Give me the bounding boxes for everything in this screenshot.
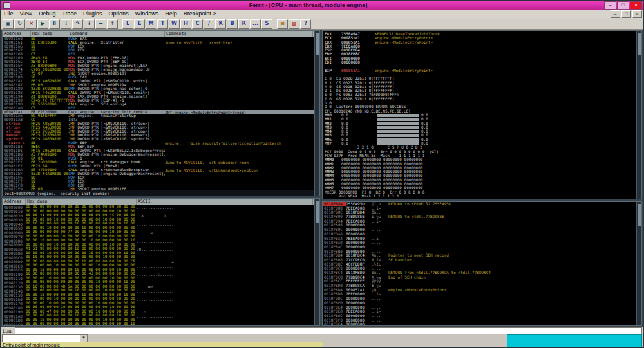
stack-row[interactable]: 0018FBCCFFFFFFFFÿÿÿÿ: [323, 279, 641, 284]
call-stack-button[interactable]: K: [215, 19, 226, 29]
stack-row[interactable]: 0018FBAC00000000....: [323, 245, 641, 250]
disasm-info-line: Dest=0098849D (engine.__security_init_co…: [3, 190, 319, 196]
log-window-button[interactable]: L: [122, 19, 133, 29]
window-title: Ferrit - [CPU - main thread, module engi…: [13, 2, 603, 8]
executable-modules-button[interactable]: E: [134, 19, 145, 29]
close-button[interactable]: ×: [630, 1, 642, 10]
status-indicator: [507, 334, 642, 348]
help-about-button[interactable]: ?: [300, 19, 311, 29]
registers-pane: EAX755F4947KERNEL32.BaseThreadInitThunkE…: [322, 30, 642, 199]
stack-row[interactable]: 0018FBBC4CCFBD8F.½ÏL: [323, 262, 641, 267]
stack-row[interactable]: 0018FB9077BD98EEî.½wRETURN to ntdll.77BD…: [323, 215, 641, 219]
lua-input[interactable]: [15, 327, 642, 334]
app-icon: [3, 2, 10, 9]
stack-row[interactable]: 0018FBB877CC9EC0À.ÌwSE handler: [323, 258, 641, 262]
comment-cell: Jump to MSVCR110.__crtUnhandledException: [165, 168, 258, 172]
close-debuggee-button[interactable]: ×: [26, 19, 37, 29]
mdi-minimize-button[interactable]: –: [611, 10, 620, 18]
stack-row[interactable]: 0018FBA800000000....: [323, 241, 641, 245]
menu-file[interactable]: File: [1, 10, 17, 18]
menu-view[interactable]: View: [17, 10, 35, 18]
column-command: Command: [68, 31, 165, 37]
stack-row[interactable]: 0018FBE000000000....: [323, 301, 641, 306]
breakpoints-button[interactable]: B: [227, 19, 238, 29]
minimize-button[interactable]: –: [604, 1, 616, 10]
menu-windows[interactable]: Windows: [132, 10, 162, 18]
stack-row[interactable]: 0018FBC877BD98C4Ä.½wEnd of SEH chain: [323, 275, 641, 280]
mdi-restore-button[interactable]: □: [621, 10, 631, 18]
menu-help[interactable]: Help: [162, 10, 180, 18]
dump-row[interactable]: 009801C000 00 00 00 00 00 10 00 00 00 00…: [3, 322, 319, 325]
disassembly-scrollbar[interactable]: [314, 31, 319, 196]
open-button[interactable]: ▣: [3, 19, 14, 29]
execute-till-return-button[interactable]: ↑: [107, 19, 118, 29]
cpu-button[interactable]: C: [192, 19, 203, 29]
stack-row[interactable]: 0018FBD4009851A1¡Q..engine.<ModuleEntryP…: [323, 288, 641, 293]
handles-button[interactable]: H: [180, 19, 191, 29]
stack-row[interactable]: 0018FBA000000000....: [323, 232, 641, 237]
stack-row[interactable]: 0018FBE400000000....: [323, 306, 641, 310]
source-button[interactable]: S: [261, 19, 272, 29]
menu-trace[interactable]: Trace: [59, 10, 80, 18]
stack-row[interactable]: 0018FBD077BD98CAÊ.½w: [323, 284, 641, 288]
comment-cell: Jump to MSVCR110.__crt_debugger_hook: [165, 160, 249, 164]
maximize-button[interactable]: □: [617, 1, 629, 10]
patches-button[interactable]: /: [204, 19, 214, 29]
threads-button[interactable]: T: [157, 19, 168, 29]
lua-bar: Lua:: [1, 327, 643, 334]
dump-scrollbar[interactable]: [314, 199, 319, 325]
stack-rows: 0018FB84755F495D]I_uRETURN to KERNEL32.7…: [323, 202, 641, 326]
stack-scrollbar[interactable]: [636, 202, 641, 325]
restart-button[interactable]: ↻: [14, 19, 25, 29]
menubar: FileViewDebugTracePluginsOptionsWindowsH…: [1, 10, 643, 19]
step-over-button[interactable]: ↷: [72, 19, 83, 29]
stack-row[interactable]: 0018FBDC00000000....: [323, 297, 641, 301]
animate-into-button[interactable]: ↡: [84, 19, 95, 29]
highlighting-button[interactable]: ▦: [289, 19, 299, 29]
stack-row[interactable]: 0018FB8C0018FBD4Ôû..: [323, 210, 641, 215]
memory-map-button[interactable]: M: [146, 19, 156, 29]
dump-header: AddressHex dumpASCII: [3, 199, 319, 205]
command-input[interactable]: [3, 335, 80, 342]
stack-row[interactable]: 0018FBD87EEEA000..î~: [323, 292, 641, 297]
stack-row[interactable]: 0018FBB000000000....: [323, 250, 641, 254]
mdi-buttons: –□×: [611, 10, 643, 18]
register-line[interactable]: Rnd NEAR Mask 1 1 1 1 1 1: [325, 194, 641, 198]
stack-row[interactable]: 0018FBB40018FBC4Äû..Pointer to next SEH …: [323, 253, 641, 258]
status-message: Entry point of main module: [1, 342, 323, 348]
options-button[interactable]: ⊞: [277, 19, 288, 29]
windows-button[interactable]: W: [169, 19, 180, 29]
menu-breakpoint[interactable]: Breakpoint->: [180, 10, 220, 18]
column-hexdump: Hex dump: [31, 31, 68, 37]
stack-row[interactable]: 0018FBF400000000....: [323, 322, 641, 326]
run-button[interactable]: ▶: [37, 19, 48, 29]
menu-plugins[interactable]: Plugins: [80, 10, 106, 18]
stack-row[interactable]: 0018FBC40018FBD0Ðû..RETURN from ntdll.77…: [323, 271, 641, 275]
titlebar[interactable]: Ferrit - [CPU - main thread, module engi…: [1, 1, 643, 10]
command-dropdown-arrow[interactable]: ▼: [80, 335, 87, 342]
registers-content: EAX755F4947KERNEL32.BaseThreadInitThunkE…: [325, 32, 641, 198]
animate-over-button[interactable]: ↠: [95, 19, 106, 29]
pause-button[interactable]: Ⅱ: [49, 19, 60, 29]
stack-row[interactable]: 0018FB84755F495D]I_uRETURN to KERNEL32.7…: [323, 202, 641, 206]
references-button[interactable]: R: [238, 19, 249, 29]
comment-cell: INT engine.<ModuleEntryPoint>(void): [165, 110, 246, 114]
stack-row[interactable]: 0018FBE87EEEA000..î~: [323, 309, 641, 314]
menu-options[interactable]: Options: [106, 10, 132, 18]
stack-row[interactable]: 0018FB947EEEA000..î~: [323, 219, 641, 224]
stack-row[interactable]: 0018FBC000000000....: [323, 266, 641, 271]
menu-debug[interactable]: Debug: [35, 10, 59, 18]
registers-scrollbar[interactable]: [636, 31, 641, 199]
stack-row[interactable]: 0018FB9800000000....: [323, 223, 641, 228]
run-trace-button[interactable]: ...: [250, 19, 261, 29]
disasm-rows: 0098516050PUSH EAX00985161E8 E8010300CAL…: [3, 37, 319, 191]
step-into-button[interactable]: ↓: [61, 19, 71, 29]
stack-row[interactable]: 0018FBEC00000000....: [323, 314, 641, 318]
command-combobox[interactable]: ▼: [2, 334, 88, 342]
stack-row[interactable]: 0018FB9C00000000....: [323, 228, 641, 232]
stack-row[interactable]: 0018FBA47EEEA000..î~: [323, 237, 641, 241]
disassembly-header: AddressHex dumpCommandComments: [3, 31, 319, 37]
stack-row[interactable]: 0018FBF000000000....: [323, 318, 641, 323]
stack-row[interactable]: 0018FB887EEEA000..î~: [323, 206, 641, 211]
mdi-close-button[interactable]: ×: [632, 10, 642, 18]
